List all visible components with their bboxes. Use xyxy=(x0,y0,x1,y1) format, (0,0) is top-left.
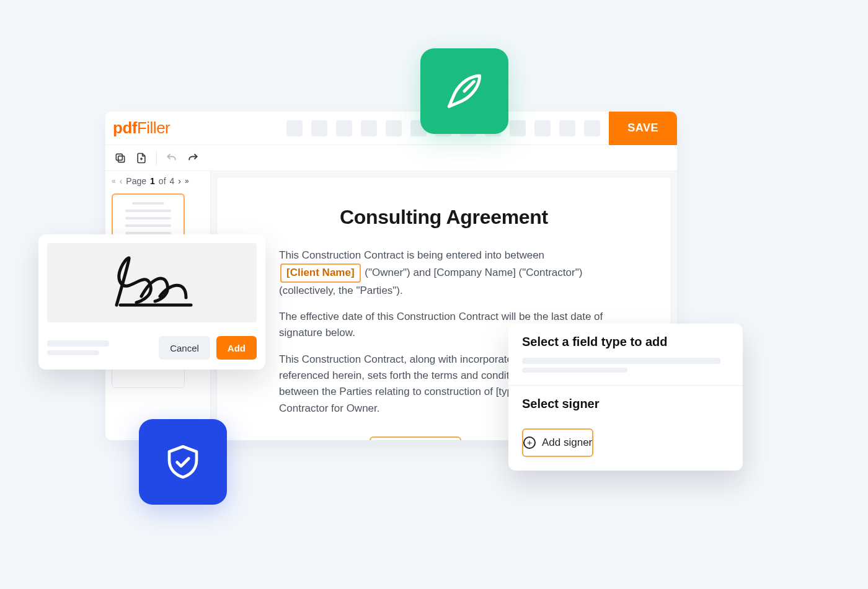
last-page-icon[interactable]: » xyxy=(185,177,189,185)
page-navigator: « ‹ Page 1 of 4 › » xyxy=(112,176,204,186)
placeholder-line xyxy=(522,368,627,373)
brand-suffix: Filler xyxy=(137,118,170,137)
first-page-icon[interactable]: « xyxy=(112,177,116,185)
toolbar-tab[interactable] xyxy=(534,120,551,136)
placeholder-line xyxy=(47,350,99,355)
toolbar-tab[interactable] xyxy=(559,120,575,136)
brand-prefix: pdf xyxy=(113,118,137,137)
placeholder-line xyxy=(522,358,720,364)
copy-icon[interactable] xyxy=(114,152,126,164)
signature-actions: Cancel Add xyxy=(38,331,265,370)
add-button[interactable]: Add xyxy=(216,336,257,360)
doc-text: This Construction Contract is being ente… xyxy=(279,249,544,261)
plus-circle-icon: + xyxy=(523,436,536,449)
brand-logo: pdfFiller xyxy=(113,118,170,138)
editor-toolbar xyxy=(105,145,677,171)
feather-icon xyxy=(441,68,487,114)
toolbar-separator xyxy=(156,151,157,165)
document-title: Consulting Agreement xyxy=(279,206,609,229)
client-name-field[interactable]: [Client Name] xyxy=(280,264,361,282)
page-current: 1 xyxy=(150,176,155,186)
page-of-word: of xyxy=(159,176,166,186)
select-signer-section: Select signer xyxy=(508,386,743,420)
field-type-title: Select a field type to add xyxy=(522,335,729,349)
redo-icon[interactable] xyxy=(187,152,199,164)
add-page-icon[interactable] xyxy=(135,152,148,164)
feather-tile xyxy=(420,48,508,134)
page-total: 4 xyxy=(170,176,175,186)
signature-canvas[interactable] xyxy=(47,243,257,322)
toolbar-tab[interactable] xyxy=(336,120,352,136)
next-page-icon[interactable]: › xyxy=(178,176,181,186)
toolbar-tab[interactable] xyxy=(361,120,377,136)
signature-icon xyxy=(93,252,211,314)
undo-icon[interactable] xyxy=(166,152,178,164)
page-prefix: Page xyxy=(126,176,146,186)
toolbar-tab[interactable] xyxy=(311,120,327,136)
cancel-button[interactable]: Cancel xyxy=(159,336,210,360)
toolbar-tab[interactable] xyxy=(386,120,402,136)
shield-check-icon xyxy=(162,441,203,482)
select-signer-title: Select signer xyxy=(522,397,729,411)
save-button[interactable]: SAVE xyxy=(609,112,677,145)
editor-topbar: pdfFiller SAVE xyxy=(105,112,677,145)
placeholder-line xyxy=(47,340,109,347)
toolbar-tab[interactable] xyxy=(584,120,600,136)
document-paragraph: This Construction Contract is being ente… xyxy=(279,247,609,299)
toolbar-tab[interactable] xyxy=(510,120,526,136)
field-type-panel: Select a field type to add Select signer… xyxy=(508,324,743,471)
add-signer-label: Add signer xyxy=(542,436,592,449)
svg-rect-0 xyxy=(118,156,125,162)
field-type-section: Select a field type to add xyxy=(508,324,743,385)
prev-page-icon[interactable]: ‹ xyxy=(120,176,123,186)
signature-field[interactable]: Signature Field xyxy=(370,436,461,440)
shield-tile xyxy=(139,419,227,505)
svg-rect-1 xyxy=(116,154,122,160)
signature-panel: Cancel Add xyxy=(38,234,265,370)
add-signer-button[interactable]: + Add signer xyxy=(522,428,593,457)
toolbar-tab[interactable] xyxy=(286,120,303,136)
